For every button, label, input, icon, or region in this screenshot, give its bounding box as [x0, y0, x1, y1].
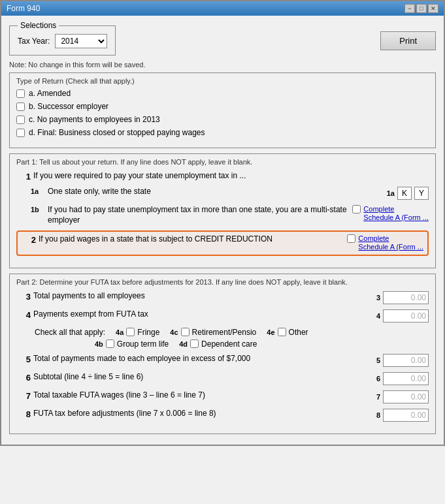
- part1-section: Part 1: Tell us about your return. If an…: [9, 153, 436, 268]
- line-3-num: 3: [16, 292, 31, 302]
- line-1a-sub: 1a: [31, 187, 45, 195]
- line-4-label: 4: [376, 312, 380, 320]
- checkall-label: Check all that apply:: [35, 328, 105, 337]
- line-8-label: 8: [376, 411, 380, 419]
- checkbox-2[interactable]: [347, 234, 355, 243]
- line-7-row: 7 Total taxable FUTA wages (line 3 – lin…: [16, 390, 429, 403]
- type-of-return-title: Type of Return (Check all that apply.): [16, 77, 429, 85]
- title-bar-buttons: − □ ✕: [404, 4, 438, 13]
- line-8-row: 8 FUTA tax before adjustments (line 7 x …: [16, 409, 429, 422]
- check-row-b: b. Successor employer: [16, 102, 429, 111]
- checkall-row-1: Check all that apply: 4a Fringe 4c Retir…: [16, 328, 429, 337]
- line-2-right: Complete Schedule A (Form ...: [347, 234, 423, 251]
- line-7-text: Total taxable FUTA wages (line 3 – line …: [33, 390, 371, 401]
- line-8-num: 8: [16, 409, 31, 419]
- check-4a: 4a Fringe: [116, 328, 159, 337]
- line-1-text: If you were required to pay your state u…: [33, 171, 429, 181]
- line-6-num: 6: [16, 373, 31, 383]
- close-button[interactable]: ✕: [428, 4, 438, 13]
- title-bar: Form 940 − □ ✕: [1, 1, 444, 16]
- check-4b-id: 4b: [95, 340, 103, 348]
- maximize-button[interactable]: □: [416, 4, 427, 13]
- line-3-label: 3: [376, 294, 380, 302]
- line-6-text: Subtotal (line 4 ÷ line 5 = line 6): [33, 372, 371, 383]
- note-text: Note: No change in this form will be sav…: [9, 61, 436, 69]
- check-4e-label: Other: [289, 328, 308, 337]
- checkbox-successor[interactable]: [16, 102, 25, 111]
- tax-year-select[interactable]: 2012 2013 2014 2015: [55, 34, 107, 48]
- line-4-row: 4 Payments exempt from FUTA tax 4: [16, 309, 429, 323]
- check-4d: 4d Dependent care: [179, 339, 257, 349]
- form-content: Selections Tax Year: 2012 2013 2014 2015…: [1, 16, 444, 445]
- check-4c: 4c Retirement/Pensio: [170, 328, 256, 337]
- line-1a-box-label: 1a: [387, 189, 395, 197]
- check-4d-id: 4d: [179, 340, 188, 348]
- window-title: Form 940: [7, 4, 40, 13]
- line-5-text: Total of payments made to each employee …: [33, 354, 371, 364]
- line-1a-row: 1a One state only, write the state 1a: [16, 187, 429, 200]
- checkbox-4e[interactable]: [278, 328, 286, 336]
- line-4-input[interactable]: [383, 309, 429, 323]
- line-6-input[interactable]: [383, 372, 429, 385]
- complete-link-2[interactable]: Complete Schedule A (Form ...: [358, 234, 423, 251]
- part2-title: Part 2: Determine your FUTA tax before a…: [16, 278, 429, 286]
- line-7-right: 7: [376, 390, 429, 403]
- part2-section: Part 2: Determine your FUTA tax before a…: [9, 274, 436, 434]
- check-4d-label: Dependent care: [201, 339, 257, 349]
- line-1-row: 1 If you were required to pay your state…: [16, 171, 429, 181]
- checkbox-4b[interactable]: [106, 339, 114, 348]
- line-5-row: 5 Total of payments made to each employe…: [16, 354, 429, 367]
- line-2-num: 2: [22, 235, 36, 245]
- checkbox-final[interactable]: [16, 129, 25, 137]
- selections-row: Selections Tax Year: 2012 2013 2014 2015…: [9, 21, 436, 61]
- type-of-return-section: Type of Return (Check all that apply.) a…: [9, 72, 436, 148]
- state-box-2[interactable]: [414, 187, 429, 200]
- line-1b-sub: 1b: [31, 206, 45, 213]
- checkall-row-2: 4b Group term life 4d Dependent care: [16, 339, 429, 349]
- checkbox-4d[interactable]: [190, 339, 199, 348]
- print-button[interactable]: Print: [380, 31, 436, 50]
- check-label-c: c. No payments to employees in 2013: [29, 115, 160, 124]
- minimize-button[interactable]: −: [404, 4, 415, 13]
- line-2-row: 2 If you paid wages in a state that is s…: [16, 230, 429, 255]
- check-row-a: a. Amended: [16, 89, 429, 98]
- tax-year-row: Tax Year: 2012 2013 2014 2015: [18, 34, 107, 48]
- checkbox-amended[interactable]: [16, 89, 25, 98]
- line-1a-right: 1a: [387, 187, 429, 200]
- line-7-num: 7: [16, 391, 31, 401]
- line-3-input[interactable]: [383, 291, 429, 304]
- line-5-input[interactable]: [383, 354, 429, 367]
- check-row-c: c. No payments to employees in 2013: [16, 115, 429, 124]
- line-4-right: 4: [376, 309, 429, 323]
- check-label-d: d. Final: Business closed or stopped pay…: [29, 128, 205, 137]
- line-5-label: 5: [376, 356, 380, 364]
- check-4a-label: Fringe: [137, 328, 159, 337]
- check-label-b: b. Successor employer: [29, 102, 108, 111]
- line-3-text: Total payments to all employees: [33, 291, 371, 302]
- checkbox-4c[interactable]: [181, 328, 190, 336]
- line-8-text: FUTA tax before adjustments (line 7 x 0.…: [33, 409, 371, 419]
- check-label-a: a. Amended: [29, 89, 71, 98]
- line-3-right: 3: [376, 291, 429, 304]
- line-1b-right: Complete Schedule A (Form ...: [352, 205, 429, 222]
- line-8-input[interactable]: [383, 409, 429, 422]
- selections-legend: Selections: [18, 21, 59, 30]
- line-7-input[interactable]: [383, 390, 429, 403]
- line-6-right: 6: [376, 372, 429, 385]
- check-4b: 4b Group term life: [95, 339, 169, 349]
- line-5-num: 5: [16, 354, 31, 364]
- state-box-1[interactable]: [397, 187, 412, 200]
- checkbox-4a[interactable]: [126, 328, 135, 336]
- complete-link-1b[interactable]: Complete Schedule A (Form ...: [363, 205, 429, 222]
- check-4c-label: Retirement/Pensio: [192, 328, 257, 337]
- line-4-num: 4: [16, 310, 31, 320]
- check-4b-label: Group term life: [117, 339, 169, 349]
- checkbox-no-payments[interactable]: [16, 116, 25, 124]
- check-4a-id: 4a: [116, 328, 124, 336]
- check-4c-id: 4c: [170, 328, 178, 336]
- line-1a-text: One state only, write the state: [48, 187, 382, 197]
- check-4e-id: 4e: [267, 328, 274, 336]
- line-7-label: 7: [376, 393, 380, 401]
- checkbox-1b[interactable]: [352, 205, 361, 213]
- check-row-d: d. Final: Business closed or stopped pay…: [16, 128, 429, 137]
